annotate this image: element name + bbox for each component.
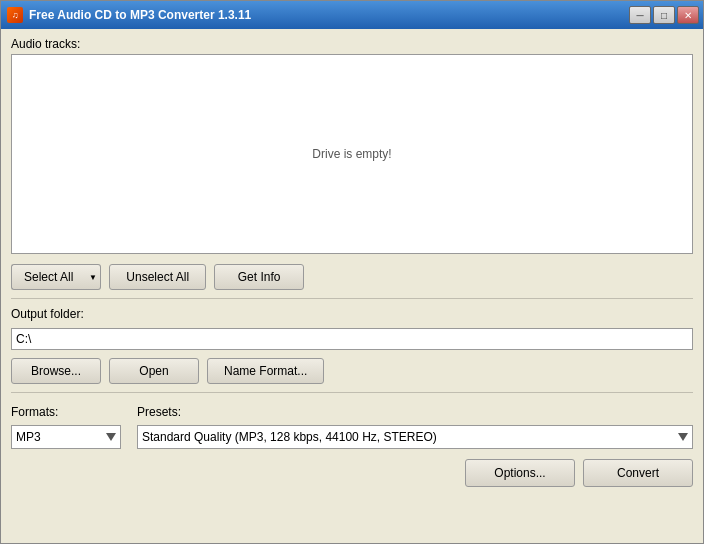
output-label: Output folder: — [11, 307, 693, 321]
track-buttons-row: Select All ▼ Unselect All Get Info — [11, 264, 693, 290]
minimize-button[interactable]: ─ — [629, 6, 651, 24]
options-button[interactable]: Options... — [465, 459, 575, 487]
presets-label: Presets: — [137, 405, 693, 419]
browse-button[interactable]: Browse... — [11, 358, 101, 384]
formats-row: Formats: MP3 WAV OGG WMA FLAC Presets: S… — [11, 405, 693, 449]
window-title: Free Audio CD to MP3 Converter 1.3.11 — [29, 8, 251, 22]
select-all-group: Select All ▼ — [11, 264, 101, 290]
tracks-label: Audio tracks: — [11, 37, 693, 51]
open-button[interactable]: Open — [109, 358, 199, 384]
unselect-all-button[interactable]: Unselect All — [109, 264, 206, 290]
select-all-button[interactable]: Select All — [11, 264, 85, 290]
app-icon: ♫ — [7, 7, 23, 23]
convert-button[interactable]: Convert — [583, 459, 693, 487]
restore-button[interactable]: □ — [653, 6, 675, 24]
close-button[interactable]: ✕ — [677, 6, 699, 24]
select-all-dropdown-icon[interactable]: ▼ — [85, 264, 101, 290]
empty-drive-message: Drive is empty! — [312, 147, 391, 161]
presets-select[interactable]: Standard Quality (MP3, 128 kbps, 44100 H… — [137, 425, 693, 449]
format-select[interactable]: MP3 WAV OGG WMA FLAC — [11, 425, 121, 449]
bottom-buttons-row: Options... Convert — [11, 459, 693, 493]
main-window: ♫ Free Audio CD to MP3 Converter 1.3.11 … — [0, 0, 704, 544]
divider-1 — [11, 298, 693, 299]
output-buttons-row: Browse... Open Name Format... — [11, 358, 693, 384]
title-buttons: ─ □ ✕ — [629, 6, 699, 24]
presets-group: Presets: Standard Quality (MP3, 128 kbps… — [137, 405, 693, 449]
tracks-section: Audio tracks: Drive is empty! — [11, 37, 693, 254]
title-bar-left: ♫ Free Audio CD to MP3 Converter 1.3.11 — [7, 7, 251, 23]
formats-label: Formats: — [11, 405, 121, 419]
output-path-input[interactable] — [11, 328, 693, 350]
divider-2 — [11, 392, 693, 393]
title-bar: ♫ Free Audio CD to MP3 Converter 1.3.11 … — [1, 1, 703, 29]
content-area: Audio tracks: Drive is empty! Select All… — [1, 29, 703, 543]
track-list: Drive is empty! — [11, 54, 693, 254]
format-group: Formats: MP3 WAV OGG WMA FLAC — [11, 405, 121, 449]
output-section: Output folder: Browse... Open Name Forma… — [11, 307, 693, 384]
name-format-button[interactable]: Name Format... — [207, 358, 324, 384]
get-info-button[interactable]: Get Info — [214, 264, 304, 290]
